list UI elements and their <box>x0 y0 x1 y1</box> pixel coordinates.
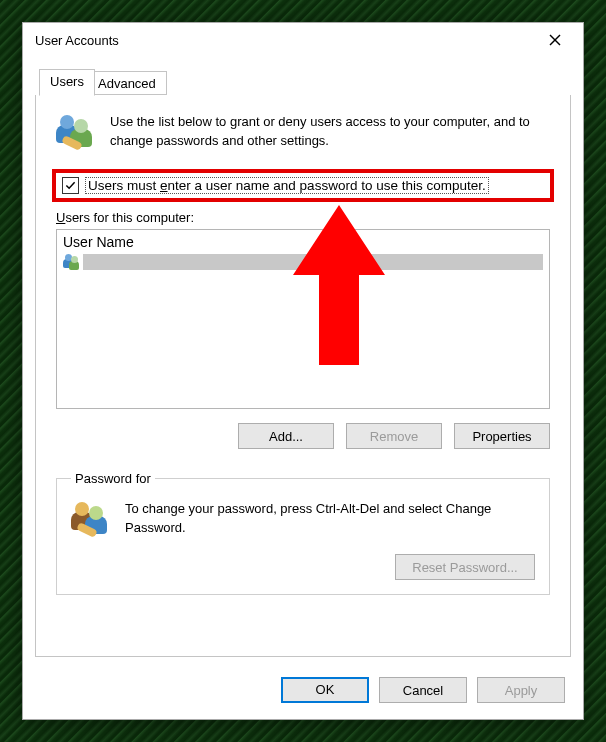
desktop-background: User Accounts Users Advanced <box>0 0 606 742</box>
intro-text: Use the list below to grant or deny user… <box>110 113 550 151</box>
dialog-footer: OK Cancel Apply <box>281 677 565 703</box>
checkmark-icon <box>65 180 76 191</box>
password-user-icon <box>71 500 111 540</box>
highlighted-checkbox-region: Users must enter a user name and passwor… <box>52 169 554 202</box>
list-item[interactable] <box>63 252 543 272</box>
users-panel: Use the list below to grant or deny user… <box>35 95 571 657</box>
titlebar[interactable]: User Accounts <box>23 23 583 57</box>
password-help-text: To change your password, press Ctrl-Alt-… <box>125 500 535 538</box>
add-button[interactable]: Add... <box>238 423 334 449</box>
users-icon <box>56 113 96 153</box>
password-groupbox: Password for To change your password, pr… <box>56 471 550 595</box>
remove-button: Remove <box>346 423 442 449</box>
intro-row: Use the list below to grant or deny user… <box>36 95 570 163</box>
user-buttons-row: Add... Remove Properties <box>56 423 550 449</box>
require-login-checkbox[interactable] <box>62 177 79 194</box>
window-title: User Accounts <box>35 33 533 48</box>
apply-button: Apply <box>477 677 565 703</box>
tab-strip: Users Advanced <box>35 69 571 96</box>
users-listbox[interactable]: User Name <box>56 229 550 409</box>
users-list-label: Users for this computer: <box>56 210 550 225</box>
password-legend: Password for <box>71 471 155 486</box>
column-header-username[interactable]: User Name <box>63 234 543 250</box>
tab-users[interactable]: Users <box>39 69 95 96</box>
cancel-button[interactable]: Cancel <box>379 677 467 703</box>
tab-advanced[interactable]: Advanced <box>87 71 167 95</box>
user-row-selection <box>83 254 543 270</box>
require-login-label[interactable]: Users must enter a user name and passwor… <box>85 177 489 194</box>
user-accounts-window: User Accounts Users Advanced <box>22 22 584 720</box>
properties-button[interactable]: Properties <box>454 423 550 449</box>
ok-button[interactable]: OK <box>281 677 369 703</box>
close-button[interactable] <box>533 25 577 55</box>
close-icon <box>549 34 561 46</box>
reset-password-button: Reset Password... <box>395 554 535 580</box>
user-row-icon <box>63 254 81 270</box>
